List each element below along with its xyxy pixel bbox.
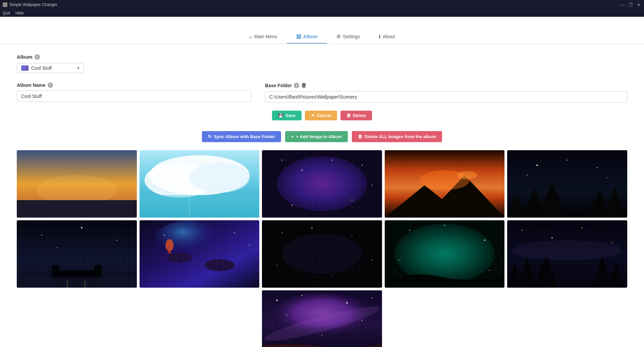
tab-album[interactable]: 🖼 Album (287, 30, 327, 44)
folder-info-icon[interactable]: i (294, 83, 299, 88)
svg-point-60 (331, 275, 332, 276)
svg-point-10 (277, 156, 367, 211)
svg-point-22 (457, 171, 477, 179)
tab-about[interactable]: ℹ About (369, 30, 405, 44)
toolbar-row: ↻ Sync Album with Base Folder + + Add Im… (17, 131, 627, 142)
svg-point-49 (165, 239, 173, 251)
image-cell-1[interactable] (17, 150, 137, 218)
svg-point-70 (522, 230, 523, 231)
app-icon (3, 2, 7, 7)
svg-point-47 (167, 253, 192, 263)
folder-delete-icon[interactable]: 🗑 (301, 82, 307, 89)
image-cell-3[interactable] (262, 150, 382, 218)
svg-point-15 (291, 205, 292, 206)
svg-point-64 (409, 230, 410, 231)
maximize-button[interactable]: ❐ (628, 2, 633, 7)
svg-point-61 (282, 234, 362, 274)
base-folder-group: Base Folder i 🗑 (265, 82, 627, 103)
sync-icon: ↻ (208, 134, 212, 139)
svg-point-36 (81, 227, 82, 228)
cancel-button[interactable]: ✕ Cancel (305, 111, 337, 120)
close-button[interactable]: ✕ (636, 2, 641, 7)
delete-all-icon: 🗑 (358, 134, 362, 139)
action-row: 💾 Save ✕ Cancel 🗑 Delete (17, 111, 627, 120)
svg-rect-50 (168, 251, 171, 254)
titlebar: Simple Wallpaper Changer — ❐ ✕ (0, 0, 644, 9)
menubar: Quit Hide (0, 9, 644, 17)
delete-button[interactable]: 🗑 Delete (340, 111, 372, 120)
svg-rect-42 (17, 278, 137, 288)
image-cell-5[interactable] (507, 150, 627, 218)
svg-point-58 (371, 260, 372, 261)
image-cell-10[interactable] (507, 220, 627, 288)
info-icon-tab: ℹ (379, 34, 381, 40)
svg-rect-62 (385, 220, 505, 288)
svg-point-68 (444, 225, 445, 226)
album-thumbnail (21, 65, 29, 71)
image-cell-2[interactable] (140, 150, 260, 218)
main-content: Album i Cool Stuff ▾ Album Name i Base F… (0, 44, 644, 347)
svg-point-37 (116, 240, 117, 241)
svg-marker-76 (535, 253, 557, 288)
image-cell-11[interactable] (262, 290, 382, 347)
svg-point-84 (302, 295, 303, 296)
image-cell-8[interactable] (262, 220, 382, 288)
add-image-button[interactable]: + + Add Image to Album (285, 131, 348, 142)
svg-rect-54 (262, 220, 382, 288)
svg-point-32 (527, 175, 528, 176)
svg-rect-43 (67, 280, 68, 288)
svg-point-89 (322, 335, 323, 336)
tab-settings[interactable]: ⚙ Settings (327, 30, 369, 44)
svg-point-67 (489, 270, 490, 271)
svg-point-56 (311, 227, 313, 228)
delete-all-button[interactable]: 🗑 Delete ALL Images from the album (352, 131, 442, 142)
svg-point-53 (249, 245, 250, 246)
svg-point-71 (551, 237, 553, 238)
save-icon: 💾 (278, 113, 283, 118)
image-grid (17, 150, 627, 347)
titlebar-controls: — ❐ ✕ (620, 2, 641, 7)
album-dropdown[interactable]: Cool Stuff ▾ (17, 63, 84, 73)
svg-rect-34 (17, 220, 137, 288)
name-info-icon[interactable]: i (48, 82, 53, 88)
cancel-icon: ✕ (311, 113, 315, 118)
svg-point-51 (164, 235, 165, 236)
svg-rect-44 (84, 280, 86, 288)
svg-point-38 (56, 247, 57, 248)
svg-marker-78 (607, 260, 625, 288)
tab-about-label: About (383, 34, 395, 39)
settings-icon: ⚙ (336, 34, 341, 40)
svg-rect-80 (262, 290, 382, 347)
svg-point-12 (301, 169, 303, 171)
album-info-icon[interactable]: i (35, 54, 40, 60)
sync-button[interactable]: ↻ Sync Album with Base Folder (202, 131, 281, 142)
minimize-button[interactable]: — (620, 2, 625, 7)
tab-main-menu[interactable]: ⌂ Main Menu (239, 30, 286, 44)
album-selected-name: Cool Stuff (31, 65, 52, 71)
svg-point-85 (346, 302, 347, 303)
image-cell-4[interactable] (385, 150, 505, 218)
dropdown-arrow-icon: ▾ (77, 65, 79, 71)
svg-point-16 (331, 160, 332, 161)
album-label-text: Album (17, 54, 33, 60)
svg-point-55 (281, 232, 282, 233)
tab-settings-label: Settings (343, 34, 360, 39)
svg-point-48 (204, 259, 234, 271)
album-name-input[interactable] (17, 91, 252, 102)
svg-point-33 (607, 177, 608, 178)
save-button[interactable]: 💾 Save (272, 111, 302, 120)
svg-point-52 (234, 232, 235, 233)
image-cell-7[interactable] (140, 220, 260, 288)
image-cell-6[interactable] (17, 220, 137, 288)
svg-rect-2 (17, 200, 137, 218)
menu-quit[interactable]: Quit (3, 11, 10, 15)
image-cell-9[interactable] (385, 220, 505, 288)
base-folder-input[interactable] (265, 91, 627, 103)
svg-point-14 (352, 200, 353, 201)
svg-point-86 (371, 297, 372, 298)
add-icon: + (291, 134, 294, 139)
base-folder-label: Base Folder i 🗑 (265, 82, 627, 89)
form-section: Album Name i Base Folder i 🗑 (17, 82, 627, 103)
menu-hide[interactable]: Hide (15, 11, 24, 15)
svg-rect-9 (262, 150, 382, 218)
